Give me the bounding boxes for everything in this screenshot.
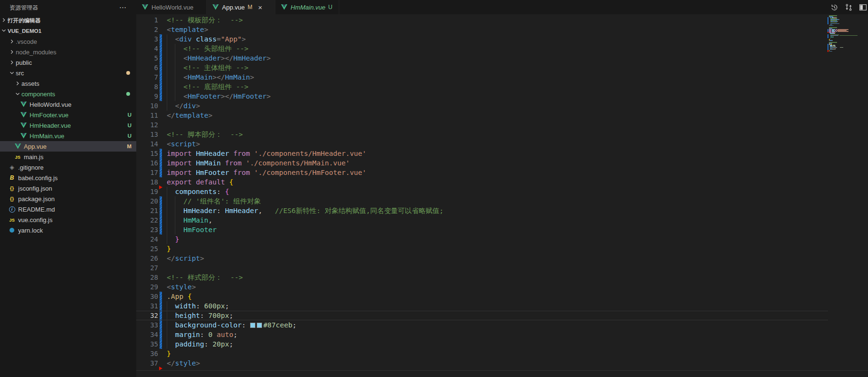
code-line-23[interactable]: 23 HmFooter [136,225,868,234]
tree-file-hmheader-vue[interactable]: HmHeader.vueU [0,120,136,131]
code-line-14[interactable]: 14<script> [136,139,868,149]
code-line-10[interactable]: 10 </div> [136,101,868,111]
code-line-34[interactable]: 34 margin: 0 auto; [136,330,868,339]
indent-guide [175,215,175,225]
vue-file-icon [20,111,27,119]
code-line-33[interactable]: 33 background-color: #87ceeb; [136,320,868,330]
code-text: <!-- 主体组件 --> [167,63,249,72]
tree-file-babel-config-js[interactable]: Bbabel.config.js [0,173,136,183]
chevron-down-icon [0,27,8,35]
chevron-down-icon [14,90,21,98]
timeline-icon[interactable] [830,3,838,11]
code-text: <!-- 底部组件 --> [167,82,249,92]
code-line-28[interactable]: 28<!-- 样式部分： --> [136,273,868,282]
code-line-29[interactable]: 29<style> [136,282,868,292]
close-tab-icon[interactable]: × [258,4,262,11]
tree-file-package-json[interactable]: {}package.json [0,194,136,204]
code-line-27[interactable]: 27 [136,263,868,273]
code-line-5[interactable]: 5 <HmHeader></HmHeader> [136,53,868,63]
git-modified-gutter-bar [160,53,162,63]
tree-file-hmmain-vue[interactable]: HmMain.vueU [0,131,136,141]
line-number: 31 [136,301,158,311]
tree-folder-assets[interactable]: assets [0,78,136,89]
tree-file-readme-md[interactable]: iREADME.md [0,204,136,214]
tab-helloworld-vue[interactable]: HelloWorld.vue [136,0,207,14]
vscode-window: 资源管理器 ⋯ 打开的编辑器VUE_DEMO1 .vscodenode_modu… [0,0,868,377]
tab-app-vue[interactable]: App.vueM× [207,0,275,14]
code-line-25[interactable]: 25} [136,244,868,254]
minimap[interactable] [828,14,855,377]
code-line-31[interactable]: 31 width: 600px; [136,301,868,311]
minimap-git-modified-mark [828,34,828,38]
code-line-30[interactable]: 30.App { [136,292,868,301]
code-line-17[interactable]: 17import HmFooter from './components/HmF… [136,168,868,177]
code-line-1[interactable]: 1<!-- 模板部分： --> [136,15,868,25]
code-line-9[interactable]: 9 <HmFooter></HmFooter> [136,92,868,101]
code-line-20[interactable]: 20 // '组件名': 组件对象 [136,196,868,206]
line-number: 32 [136,311,158,320]
code-line-16[interactable]: 16import HmMain from './components/HmMai… [136,158,868,168]
code-text: } [167,349,171,358]
tree-file-app-vue[interactable]: App.vueM [0,141,136,152]
project-root-section-header[interactable]: VUE_DEMO1 [0,26,136,36]
explorer-header: 资源管理器 ⋯ [0,0,136,15]
code-line-7[interactable]: 7 <HmMain></HmMain> [136,72,868,82]
tree-item-label: assets [21,80,40,87]
code-line-13[interactable]: 13<!-- 脚本部分： --> [136,130,868,139]
code-editor[interactable]: 1<!-- 模板部分： -->2<template>3 <div class="… [136,14,868,377]
code-line-24[interactable]: 24 } [136,234,868,244]
color-swatch[interactable] [250,323,255,328]
code-line-3[interactable]: 3 <div class="App"> [136,34,868,44]
compare-changes-icon[interactable] [845,3,853,11]
code-line-12[interactable]: 12 [136,120,868,130]
tree-folder-public[interactable]: public [0,57,136,68]
tree-folder-components[interactable]: components [0,89,136,99]
tree-file-yarn-lock[interactable]: yarn.lock [0,225,136,235]
open-editors-section-header[interactable]: 打开的编辑器 [0,15,136,26]
color-swatch[interactable] [257,323,262,328]
code-line-11[interactable]: 11</template> [136,111,868,120]
code-line-32[interactable]: 32 height: 700px; [136,311,868,320]
tree-file-hmfooter-vue[interactable]: HmFooter.vueU [0,110,136,120]
tree-file-main-js[interactable]: JSmain.js [0,152,136,162]
indent-guide [167,82,167,92]
minimap-git-red-mark [828,50,828,52]
explorer-sections: 打开的编辑器VUE_DEMO1 [0,15,136,36]
gutter-spacer [160,15,162,25]
indent-guide [167,63,167,72]
editor-bottom-rule [136,370,868,371]
code-line-19[interactable]: 19 components: { [136,187,868,196]
code-line-6[interactable]: 6 <!-- 主体组件 --> [136,63,868,72]
tree-file-jsconfig-json[interactable]: {}jsconfig.json [0,183,136,194]
minimap-line [830,25,833,26]
split-editor-icon[interactable] [859,3,867,11]
tree-file--gitignore[interactable]: ◈.gitignore [0,162,136,173]
code-line-26[interactable]: 26</script> [136,254,868,263]
code-line-35[interactable]: 35 padding: 20px; [136,339,868,349]
tree-file-helloworld-vue[interactable]: HelloWorld.vue [0,99,136,110]
tab-hmmain-vue[interactable]: HmMain.vueU [275,0,339,14]
code-line-8[interactable]: 8 <!-- 底部组件 --> [136,82,868,92]
code-text: <HmFooter></HmFooter> [167,92,271,101]
code-line-18[interactable]: 18export default { [136,177,868,187]
code-text: .App { [167,292,192,301]
code-line-2[interactable]: 2<template> [136,25,868,34]
indent-guide [175,92,175,101]
tree-folder-src[interactable]: src [0,68,136,78]
code-line-22[interactable]: 22 HmMain, [136,215,868,225]
code-line-21[interactable]: 21 HmHeader: HmHeader, //ES6新特性: 对象结构赋值,… [136,206,868,215]
tree-folder--vscode[interactable]: .vscode [0,36,136,47]
views-and-more-actions-icon[interactable]: ⋯ [119,3,127,12]
code-line-37[interactable]: 37</style> [136,358,868,368]
red-gutter-arrow-icon [159,367,162,370]
indent-guide [167,53,167,63]
json-file-icon: {} [8,184,16,192]
code-text: import HmFooter from './components/HmFoo… [167,168,366,177]
line-number: 10 [136,101,158,111]
indent-guide [167,215,167,225]
code-line-36[interactable]: 36} [136,349,868,358]
code-line-4[interactable]: 4 <!-- 头部组件 --> [136,44,868,53]
tree-file-vue-config-js[interactable]: JSvue.config.js [0,214,136,225]
code-line-15[interactable]: 15import HmHeader from './components/HmH… [136,149,868,158]
tree-folder-node-modules[interactable]: node_modules [0,47,136,57]
